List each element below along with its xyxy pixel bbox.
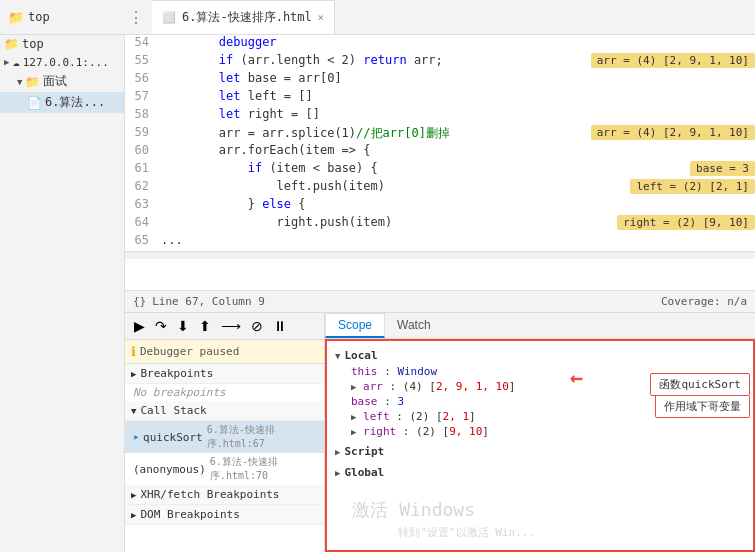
sidebar-item-file[interactable]: 📄 6.算法...	[0, 92, 124, 113]
line-annotation-59: arr = (4) [2, 9, 1, 10]	[591, 125, 755, 140]
code-line-58: 58 let right = []	[125, 107, 755, 125]
scope-tabs: Scope Watch	[325, 313, 755, 339]
scope-tab-scope[interactable]: Scope	[325, 313, 385, 338]
step-out-button[interactable]: ⬆	[196, 317, 214, 335]
watermark-line1: 激活 Windows	[352, 498, 475, 522]
code-line-59: 59 arr = arr.splice(1)//把arr[0]删掉 arr = …	[125, 125, 755, 143]
paused-message: ℹ Debugger paused	[125, 340, 324, 364]
line-num-54: 54	[125, 35, 157, 49]
horizontal-scrollbar[interactable]	[125, 251, 755, 259]
code-line-63: 63 } else {	[125, 197, 755, 215]
line-col-display: Line 67, Column 9	[152, 295, 265, 308]
right-expand-icon: ▶	[351, 427, 356, 437]
code-editor[interactable]: 54 debugger 55 if (arr.length < 2) retur…	[125, 35, 755, 290]
var-value-arr: (4) [2, 9, 1, 10]	[403, 380, 516, 393]
script-expand-icon: ▶	[335, 447, 340, 457]
call-stack-label: Call Stack	[140, 404, 206, 417]
dom-arrow-icon: ▶	[131, 510, 136, 520]
xhr-breakpoints-label: XHR/fetch Breakpoints	[140, 488, 279, 501]
sidebar-item-top[interactable]: 📁 top	[0, 35, 124, 53]
coverage-label: Coverage: n/a	[661, 295, 747, 308]
var-value-left: (2) [2, 1]	[409, 410, 475, 423]
var-name-right: right	[363, 425, 396, 438]
step-over-button[interactable]: ↷	[152, 317, 170, 335]
arr-expand-icon: ▶	[351, 382, 356, 392]
sidebar-top-section: 📁 top	[8, 10, 128, 25]
line-content-61: if (item < base) {	[157, 161, 682, 175]
status-bar: {} Line 67, Column 9 Coverage: n/a	[125, 290, 755, 312]
line-annotation-61: base = 3	[690, 161, 755, 176]
cloud-icon: ☁	[12, 55, 19, 69]
sidebar-server-label: 127.0.0.1:...	[23, 56, 109, 69]
deactivate-button[interactable]: ⊘	[248, 317, 266, 335]
code-line-65: 65 ...	[125, 233, 755, 251]
line-content-63: } else {	[157, 197, 755, 211]
global-label: Global	[344, 466, 384, 479]
brace-icon: {}	[133, 295, 146, 308]
code-line-64: 64 right.push(item) right = (2) [9, 10]	[125, 215, 755, 233]
line-annotation-64: right = (2) [9, 10]	[617, 215, 755, 230]
var-value-base: 3	[397, 395, 404, 408]
tab-close-icon[interactable]: ×	[318, 12, 324, 23]
call-stack-section-header[interactable]: ▼ Call Stack	[125, 401, 324, 421]
xhr-breakpoints-header[interactable]: ▶ XHR/fetch Breakpoints	[125, 485, 324, 505]
step-button[interactable]: ⟶	[218, 317, 244, 335]
dom-breakpoints-label: DOM Breakpoints	[140, 508, 239, 521]
top-folder-label[interactable]: top	[28, 10, 50, 24]
sidebar-top-label: top	[22, 37, 44, 51]
menu-icon[interactable]: ⋮	[128, 8, 144, 27]
call-stack-item-anonymous[interactable]: (anonymous) 6.算法-快速排序.html:70	[125, 453, 324, 485]
main-layout: 📁 top ▶ ☁ 127.0.0.1:... ▼ 📁 面试 📄 6.算法...	[0, 35, 755, 552]
step-into-button[interactable]: ⬇	[174, 317, 192, 335]
scope-var-right[interactable]: ▶ right : (2) [9, 10]	[335, 424, 745, 439]
breakpoints-label: Breakpoints	[140, 367, 213, 380]
pause-button[interactable]: ⏸	[270, 317, 290, 335]
call-stack-item-quicksort[interactable]: ➤ quickSort 6.算法-快速排序.html:67	[125, 421, 324, 453]
global-scope-section: ▶ Global	[327, 462, 753, 483]
debugger-toolbar: ▶ ↷ ⬇ ⬆ ⟶ ⊘ ⏸	[125, 313, 324, 340]
scope-tab-watch[interactable]: Watch	[385, 313, 443, 338]
line-content-58: let right = []	[157, 107, 755, 121]
cs-name-quicksort: quickSort	[143, 431, 203, 444]
line-num-65: 65	[125, 233, 157, 247]
breakpoints-section-header[interactable]: ▶ Breakpoints	[125, 364, 324, 384]
left-expand-icon: ▶	[351, 412, 356, 422]
script-section-header[interactable]: ▶ Script	[335, 443, 745, 460]
global-section-header[interactable]: ▶ Global	[335, 464, 745, 481]
cs-name-anonymous: (anonymous)	[133, 463, 206, 476]
line-content-64: right.push(item)	[157, 215, 609, 229]
xhr-arrow-icon: ▶	[131, 490, 136, 500]
annotation-container: 函数quickSort 作用域下哥变量	[650, 353, 750, 418]
local-expand-icon: ▼	[335, 351, 340, 361]
sidebar-folder-label: 面试	[43, 73, 67, 90]
watermark-line2: 转到"设置"以激活 Win...	[398, 525, 535, 540]
line-num-62: 62	[125, 179, 157, 193]
dom-breakpoints-header[interactable]: ▶ DOM Breakpoints	[125, 505, 324, 525]
annotation-line1: 函数quickSort	[650, 373, 750, 396]
folder-icon: 📁	[4, 37, 19, 51]
line-content-54: debugger	[157, 35, 755, 49]
line-num-58: 58	[125, 107, 157, 121]
call-stack-arrow-icon: ▼	[131, 406, 136, 416]
folder-top-icon: 📁	[8, 10, 24, 25]
sidebar-item-folder[interactable]: ▼ 📁 面试	[0, 71, 124, 92]
annotation-text-box: 函数quickSort 作用域下哥变量	[650, 373, 750, 418]
script-scope-section: ▶ Script	[327, 441, 753, 462]
debugger-left-panel: ▶ ↷ ⬇ ⬆ ⟶ ⊘ ⏸ ℹ Debugger paused	[125, 313, 325, 552]
no-breakpoints-label: No breakpoints	[133, 386, 226, 399]
code-line-60: 60 arr.forEach(item => {	[125, 143, 755, 161]
resume-button[interactable]: ▶	[131, 317, 148, 335]
expand-arrow-icon: ▶	[4, 57, 9, 67]
line-content-57: let left = []	[157, 89, 755, 103]
cs-file-quicksort: 6.算法-快速排序.html:67	[207, 423, 316, 451]
top-bar: 📁 top ⋮ ⬜ 6.算法-快速排序.html ×	[0, 0, 755, 35]
sidebar-item-server[interactable]: ▶ ☁ 127.0.0.1:...	[0, 53, 124, 71]
line-num-61: 61	[125, 161, 157, 175]
code-line-57: 57 let left = []	[125, 89, 755, 107]
line-num-59: 59	[125, 125, 157, 139]
line-content-62: left.push(item)	[157, 179, 622, 193]
code-line-56: 56 let base = arr[0]	[125, 71, 755, 89]
code-line-54: 54 debugger	[125, 35, 755, 53]
folder-icon2: 📁	[25, 75, 40, 89]
active-tab[interactable]: ⬜ 6.算法-快速排序.html ×	[152, 0, 335, 34]
